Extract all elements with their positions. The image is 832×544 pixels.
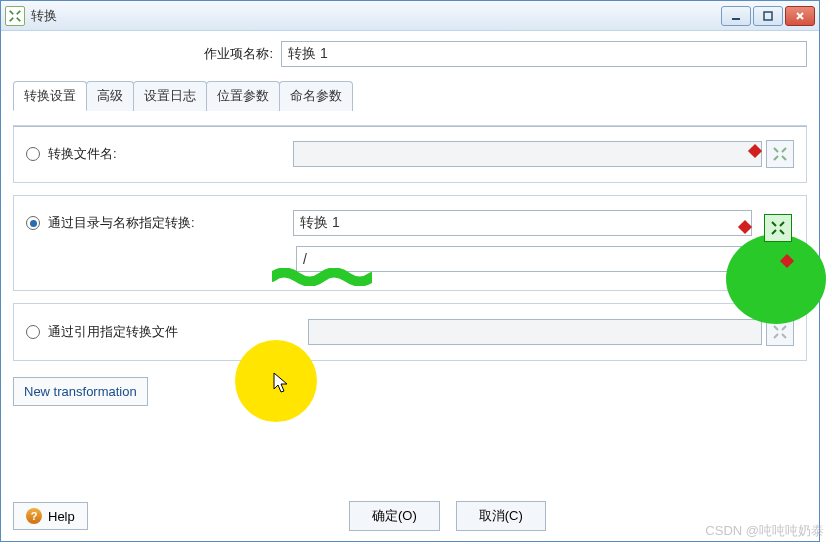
radio-directory-label: 通过目录与名称指定转换: [48, 214, 293, 232]
filename-input[interactable] [293, 141, 762, 167]
tab-content: 转换文件名: 通过目录与名称指定转换: [1, 111, 819, 414]
variable-icon [780, 254, 794, 268]
panel-directory: 通过目录与名称指定转换: [13, 195, 807, 291]
panel-filename: 转换文件名: [13, 125, 807, 183]
radio-reference[interactable] [26, 325, 40, 339]
radio-reference-label: 通过引用指定转换文件 [48, 323, 308, 341]
maximize-button[interactable] [753, 6, 783, 26]
help-label: Help [48, 509, 75, 524]
tab-position-args[interactable]: 位置参数 [206, 81, 280, 111]
browse-reference-icon[interactable] [766, 318, 794, 346]
transform-name-input[interactable] [293, 210, 752, 236]
tab-name-args[interactable]: 命名参数 [279, 81, 353, 111]
svg-rect-1 [764, 12, 772, 20]
browse-button-wrap [760, 214, 792, 242]
reference-input[interactable] [308, 319, 762, 345]
tab-transform-settings[interactable]: 转换设置 [13, 81, 87, 111]
panel-reference: 通过引用指定转换文件 [13, 303, 807, 361]
window-controls [721, 6, 815, 26]
close-button[interactable] [785, 6, 815, 26]
tab-advanced[interactable]: 高级 [86, 81, 134, 111]
tab-bar: 转换设置 高级 设置日志 位置参数 命名参数 [1, 81, 819, 111]
titlebar: 转换 [1, 1, 819, 31]
radio-filename[interactable] [26, 147, 40, 161]
minimize-button[interactable] [721, 6, 751, 26]
app-icon [5, 6, 25, 26]
tab-logging[interactable]: 设置日志 [133, 81, 207, 111]
browse-directory-icon[interactable] [764, 214, 792, 242]
help-icon: ? [26, 508, 42, 524]
svg-rect-0 [732, 18, 740, 20]
tab-underline [13, 126, 807, 127]
job-name-label: 作业项名称: [13, 45, 281, 63]
variable-icon [738, 220, 752, 234]
window-title: 转换 [31, 7, 721, 25]
job-name-input[interactable] [281, 41, 807, 67]
radio-directory[interactable] [26, 216, 40, 230]
radio-filename-label: 转换文件名: [48, 145, 293, 163]
job-name-row: 作业项名称: [1, 31, 819, 75]
help-button[interactable]: ? Help [13, 502, 88, 530]
new-transformation-button[interactable]: New transformation [13, 377, 148, 406]
dialog-window: 转换 作业项名称: 转换设置 高级 设置日志 位置参数 命名参数 转换文件名: [0, 0, 820, 542]
transform-path-input[interactable] [296, 246, 752, 272]
variable-icon [748, 144, 762, 158]
cancel-button[interactable]: 取消(C) [456, 501, 546, 531]
browse-transform-icon[interactable] [766, 140, 794, 168]
ok-button[interactable]: 确定(O) [349, 501, 440, 531]
dialog-footer: ? Help 确定(O) 取消(C) [13, 501, 807, 531]
